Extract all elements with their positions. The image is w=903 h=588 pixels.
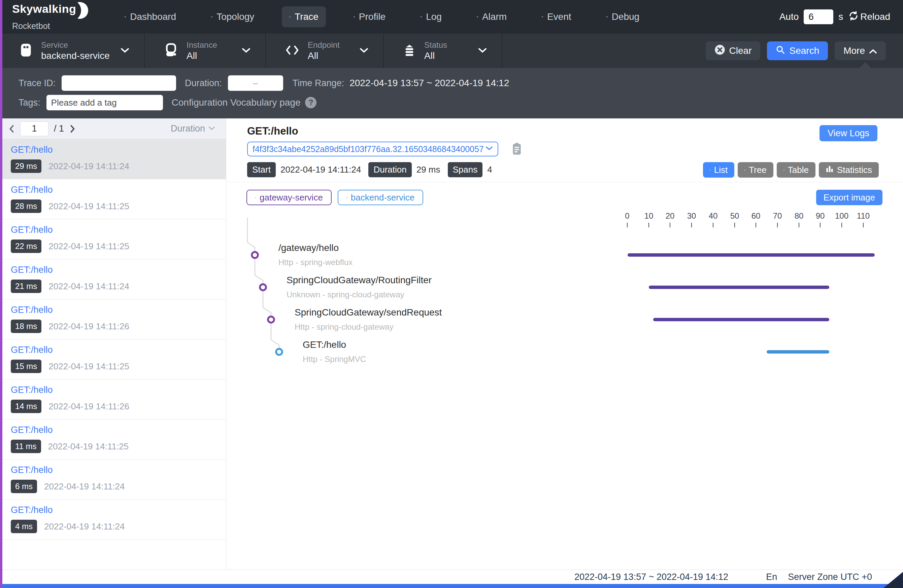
span-bar-send-request[interactable] xyxy=(653,318,829,321)
more-label: More xyxy=(843,45,865,56)
service-tag-backend[interactable]: backend-service xyxy=(338,190,423,205)
copy-clipboard-icon[interactable] xyxy=(511,142,522,156)
trace-id-input[interactable] xyxy=(61,75,176,91)
reload-label: Reload xyxy=(860,11,890,22)
trace-id-value: f4f3f3c34abe4252a89d5bf103f776aa.32.1650… xyxy=(253,144,486,154)
help-icon[interactable]: ? xyxy=(305,97,316,108)
nav-item-event[interactable]: Event xyxy=(534,6,579,27)
trace-list-item[interactable]: GET:/hello 4 ms2022-04-19 14:11:24 xyxy=(0,500,226,539)
duration-filter-label: Duration: xyxy=(185,78,222,88)
instance-filter[interactable]: Instance All xyxy=(145,34,266,68)
search-button[interactable]: Search xyxy=(767,41,828,60)
trace-list-item[interactable]: GET:/hello 11 ms2022-04-19 14:11:25 xyxy=(0,419,226,459)
vocabulary-link[interactable]: Configuration Vocabulary page xyxy=(172,97,300,108)
nav-item-alarm[interactable]: Alarm xyxy=(469,6,514,27)
span-name: GET:/hello xyxy=(303,339,346,350)
nav-item-debug[interactable]: Debug xyxy=(599,6,647,27)
tab-tree[interactable]: Tree xyxy=(738,162,773,177)
duration-badge: 6 ms xyxy=(11,480,37,493)
trace-list-item[interactable]: GET:/hello 15 ms2022-04-19 14:11:25 xyxy=(0,339,226,379)
trace-time: 2022-04-19 14:11:25 xyxy=(49,201,129,212)
status-value: All xyxy=(424,50,447,61)
service-tag-gateway[interactable]: gateway-service xyxy=(247,190,332,205)
duration-badge: 21 ms xyxy=(11,279,41,293)
time-range-value[interactable]: 2022-04-19 13:57 ~ 2022-04-19 14:12 xyxy=(349,78,509,88)
duration-badge: 11 ms xyxy=(11,440,41,453)
tab-table[interactable]: Table xyxy=(777,162,815,177)
span-node xyxy=(268,317,274,323)
nav-item-log[interactable]: Log xyxy=(413,6,449,27)
trace-time: 2022-04-19 14:11:25 xyxy=(48,441,129,452)
bottom-accent-strip xyxy=(0,584,903,588)
filter-bar: Service backend-service Instance All xyxy=(0,34,903,68)
axis-tick: 70 xyxy=(767,211,788,227)
tab-list[interactable]: List xyxy=(703,162,734,177)
trace-list-header: / 1 Duration xyxy=(0,118,226,139)
axis-tick: 60 xyxy=(746,211,766,227)
instance-icon xyxy=(164,43,178,58)
nav-item-topology[interactable]: Topology xyxy=(204,6,262,27)
reload-button[interactable]: Reload xyxy=(848,11,890,24)
trace-title: GET:/hello xyxy=(11,425,226,435)
span-layer: Unknown - spring-cloud-gateway xyxy=(286,290,404,299)
span-bar-routing-filter[interactable] xyxy=(649,285,829,289)
language-switch[interactable]: En xyxy=(766,572,777,582)
trace-list-item[interactable]: GET:/hello 6 ms2022-04-19 14:11:24 xyxy=(0,459,226,500)
endpoint-label: Endpoint xyxy=(308,40,340,50)
span-bar-gateway-hello[interactable] xyxy=(628,253,875,257)
trace-list-item[interactable]: GET:/hello 22 ms2022-04-19 14:11:25 xyxy=(0,220,226,259)
service-value: backend-service xyxy=(41,50,110,61)
span-node xyxy=(252,252,258,258)
next-page-icon[interactable] xyxy=(69,124,76,133)
sort-dropdown[interactable]: Duration xyxy=(171,124,215,134)
more-button[interactable]: More xyxy=(835,41,886,60)
search-icon xyxy=(776,45,785,57)
skywalking-app: Skywalking Rocketbot Dashboard Topology … xyxy=(0,0,903,588)
trace-time: 2022-04-19 14:11:24 xyxy=(44,481,125,492)
duration-badge: 4 ms xyxy=(11,520,37,533)
prev-page-icon[interactable] xyxy=(8,124,15,133)
duration-badge: 14 ms xyxy=(11,400,41,413)
export-image-button[interactable]: Export image xyxy=(816,190,883,205)
axis-tick: 110 xyxy=(853,211,873,227)
service-filter[interactable]: Service backend-service xyxy=(0,34,145,68)
trace-list-item[interactable]: GET:/hello 21 ms2022-04-19 14:11:24 xyxy=(0,259,226,299)
duration-input[interactable] xyxy=(228,75,283,91)
logo-title: Skywalking xyxy=(12,3,76,15)
span-bar-get-hello[interactable] xyxy=(767,350,829,354)
nav-item-profile[interactable]: Profile xyxy=(346,6,393,27)
auto-interval-input[interactable] xyxy=(804,9,833,24)
view-logs-button[interactable]: View Logs xyxy=(820,125,878,141)
top-nav: Skywalking Rocketbot Dashboard Topology … xyxy=(0,0,903,34)
clear-button[interactable]: Clear xyxy=(706,41,761,60)
trace-list-item[interactable]: GET:/hello 28 ms2022-04-19 14:11:25 xyxy=(0,179,226,220)
span-tree-connector xyxy=(226,209,314,367)
axis-tick: 30 xyxy=(681,211,702,227)
span-layer: Http - spring-webflux xyxy=(278,258,352,267)
auto-unit-label: s xyxy=(838,11,843,22)
endpoint-filter[interactable]: Endpoint All xyxy=(266,34,384,68)
nav-item-dashboard[interactable]: Dashboard xyxy=(117,6,184,27)
trace-list-item[interactable]: GET:/hello 14 ms2022-04-19 14:11:26 xyxy=(0,379,226,419)
span-name: /gateway/hello xyxy=(278,243,339,253)
tab-statistics[interactable]: Statistics xyxy=(819,162,879,177)
trace-time: 2022-04-19 14:11:24 xyxy=(49,161,129,172)
trace-list-item[interactable]: GET:/hello 29 ms2022-04-19 14:11:24 xyxy=(0,139,226,179)
main-nav: Dashboard Topology Trace Profile Log Ala… xyxy=(117,6,647,27)
nav-item-trace[interactable]: Trace xyxy=(282,6,326,27)
endpoint-value: All xyxy=(308,50,340,61)
trace-list-item[interactable]: GET:/hello 18 ms2022-04-19 14:11:26 xyxy=(0,299,226,339)
span-node xyxy=(260,284,266,290)
trace-id-select[interactable]: f4f3f3c34abe4252a89d5bf103f776aa.32.1650… xyxy=(247,142,498,157)
chevron-down-icon xyxy=(478,48,487,55)
span-layer: Http - SpringMVC xyxy=(303,354,366,364)
footer: 2022-04-19 13:57 ~ 2022-04-19 14:12 En S… xyxy=(0,569,903,584)
spans-value: 4 xyxy=(487,165,492,175)
status-filter[interactable]: Status All xyxy=(384,34,502,68)
bar-chart-icon xyxy=(826,165,834,175)
tags-input[interactable] xyxy=(46,95,163,110)
trace-time: 2022-04-19 14:11:25 xyxy=(49,361,129,372)
trace-list-items: GET:/hello 29 ms2022-04-19 14:11:24 GET:… xyxy=(0,139,226,569)
page-input[interactable] xyxy=(20,121,49,136)
chevron-down-icon xyxy=(208,126,215,132)
